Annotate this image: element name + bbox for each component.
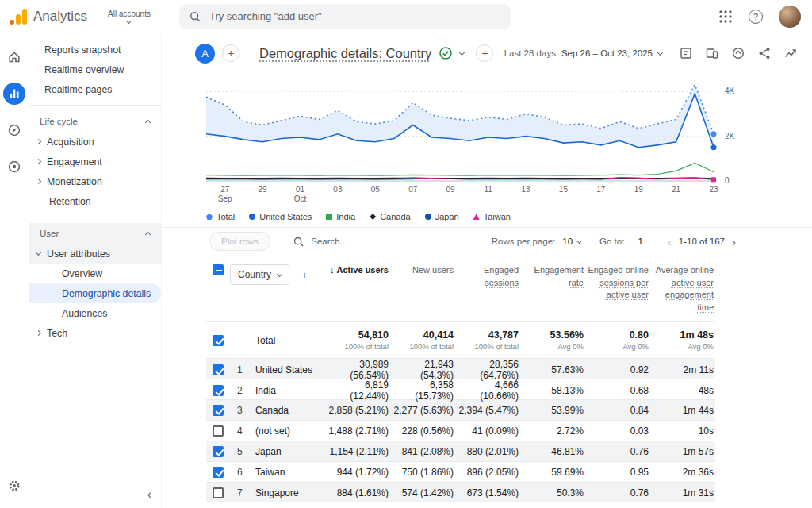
share-icon[interactable]: [757, 46, 772, 60]
row-checkbox[interactable]: [213, 446, 224, 457]
cell-engagement-rate: 46.81%: [520, 446, 585, 457]
logo-bar: [22, 9, 27, 25]
report-valid-icon[interactable]: [439, 46, 453, 60]
total-label: Total: [251, 335, 325, 346]
sidebar-item-realtime-pages[interactable]: Realtime pages: [29, 79, 161, 99]
sidebar-item-monetization[interactable]: Monetization: [29, 171, 161, 191]
row-checkbox[interactable]: [213, 385, 224, 396]
notes-icon[interactable]: [679, 46, 693, 60]
sidebar-item-user-attributes[interactable]: User attributes: [29, 244, 161, 264]
next-page-icon[interactable]: ›: [732, 235, 736, 248]
goto-page-input[interactable]: 1: [631, 237, 649, 246]
svg-text:19: 19: [634, 185, 644, 194]
column-header-new-users[interactable]: New users: [390, 264, 455, 277]
sidebar-item-acquisition[interactable]: Acquisition: [29, 132, 161, 152]
sidebar-item-demographic-details[interactable]: Demographic details: [29, 283, 161, 303]
reports-icon[interactable]: [3, 83, 25, 105]
add-comparison-button[interactable]: +: [222, 44, 239, 62]
table-row: 7 Singapore 884 (1.61%) 574 (1.42%) 673 …: [206, 482, 715, 502]
rows-per-page-select[interactable]: 10: [562, 237, 581, 246]
add-secondary-dimension-button[interactable]: +: [297, 267, 312, 283]
cell-active-users: 1,154 (2.11%): [325, 446, 390, 457]
row-index: 5: [230, 446, 251, 457]
cell-new-users: 6,358 (15.73%): [390, 379, 455, 402]
column-label: New users: [412, 265, 454, 275]
sidebar-section-user[interactable]: User: [29, 223, 161, 244]
legend-item-taiwan[interactable]: Taiwan: [473, 212, 511, 221]
legend-item-united-states[interactable]: United States: [249, 212, 312, 221]
row-checkbox[interactable]: [213, 487, 224, 498]
sampling-icon[interactable]: [731, 46, 745, 60]
column-header-engaged-sessions[interactable]: Engaged sessions: [455, 264, 520, 289]
global-search[interactable]: [179, 4, 511, 29]
plot-rows-button[interactable]: Plot rows: [209, 232, 270, 251]
svg-text:2K: 2K: [725, 132, 735, 140]
help-icon[interactable]: ?: [749, 10, 763, 24]
account-switcher[interactable]: All accounts: [108, 10, 151, 23]
sidebar-item-retention[interactable]: Retention: [29, 191, 161, 211]
sidebar-divider: [29, 217, 161, 217]
insights-icon[interactable]: [783, 46, 798, 60]
sidebar-divider: [29, 105, 161, 106]
total-sub: 100% of total: [345, 342, 389, 351]
sidebar-section-life-cycle[interactable]: Life cycle: [29, 111, 161, 132]
cell-avg-time: 2m 11s: [650, 364, 715, 375]
sidebar-item-realtime-overview[interactable]: Realtime overview: [29, 60, 161, 79]
analytics-logo-icon[interactable]: [10, 8, 27, 25]
property-badge[interactable]: A: [195, 44, 215, 64]
row-checkbox[interactable]: [213, 405, 224, 416]
row-index: 3: [230, 405, 251, 416]
logo-dot: [10, 20, 14, 25]
collapse-sidebar-icon[interactable]: ‹: [147, 487, 151, 502]
admin-gear-icon[interactable]: [3, 475, 25, 497]
row-checkbox[interactable]: [213, 335, 224, 346]
legend-label: United States: [259, 212, 312, 221]
explore-icon[interactable]: [3, 119, 25, 141]
previous-page-icon[interactable]: ‹: [668, 235, 672, 248]
date-range-picker[interactable]: Last 28 days Sep 26 – Oct 23, 2025: [504, 48, 662, 58]
legend-item-canada[interactable]: Canada: [370, 212, 411, 221]
advertising-icon[interactable]: [3, 156, 25, 178]
table-search[interactable]: [293, 236, 382, 248]
row-checkbox[interactable]: [213, 467, 224, 478]
row-checkbox[interactable]: [213, 364, 224, 375]
home-icon[interactable]: [3, 46, 25, 68]
legend-item-japan[interactable]: Japan: [425, 212, 459, 221]
cell-new-users: 750 (1.86%): [390, 467, 455, 478]
dimension-selector[interactable]: Country: [230, 264, 289, 285]
avatar[interactable]: [779, 6, 801, 28]
page-title[interactable]: Demographic details: Country: [259, 46, 431, 61]
cell-active-users: 30,989 (56.54%): [325, 359, 390, 381]
sidebar-item-overview[interactable]: Overview: [29, 264, 161, 283]
sidebar-item-engagement[interactable]: Engagement: [29, 152, 161, 171]
cell-engagement-rate: 2.72%: [520, 425, 585, 437]
column-header-engaged-sessions-per-user[interactable]: Engaged online sessions per active user: [585, 264, 650, 302]
sidebar-item-audiences[interactable]: Audiences: [29, 303, 161, 323]
table-search-input[interactable]: [311, 237, 382, 246]
sidebar-item-tech[interactable]: Tech: [29, 323, 161, 343]
devices-compare-icon[interactable]: [705, 46, 719, 60]
logo-bar: [16, 14, 21, 25]
cell-avg-time: 1m 31s: [650, 487, 715, 498]
row-checkbox[interactable]: [213, 425, 224, 437]
svg-text:29: 29: [259, 185, 268, 194]
search-icon: [189, 10, 201, 23]
apps-grid-icon[interactable]: [718, 10, 733, 24]
date-preset-label: Last 28 days: [504, 48, 556, 58]
sidebar-item-reports-snapshot[interactable]: Reports snapshot: [29, 40, 161, 60]
legend-item-india[interactable]: India: [326, 212, 355, 221]
cell-engagement-rate: 58.13%: [520, 385, 585, 396]
table-row: 2 India 6,819 (12.44%) 6,358 (15.73%) 4,…: [206, 379, 715, 399]
legend-item-total[interactable]: Total: [206, 212, 235, 221]
row-index: 2: [230, 385, 251, 396]
chart-section: 02K4K27Sep2901Oct0305070911131517192123 …: [162, 70, 812, 228]
column-header-active-users[interactable]: ↓ Active users: [325, 264, 390, 277]
select-all-checkbox[interactable]: [213, 264, 224, 275]
column-header-engagement-rate[interactable]: Engagement rate: [520, 264, 585, 289]
chevron-down-icon[interactable]: [459, 49, 465, 55]
legend-marker-icon: [370, 214, 376, 220]
pagination-range: 1-10 of 167: [679, 237, 725, 246]
search-input[interactable]: [209, 10, 501, 22]
column-header-avg-engagement-time[interactable]: Average online active user engagement ti…: [650, 264, 715, 314]
add-report-tab-button[interactable]: +: [476, 44, 493, 62]
